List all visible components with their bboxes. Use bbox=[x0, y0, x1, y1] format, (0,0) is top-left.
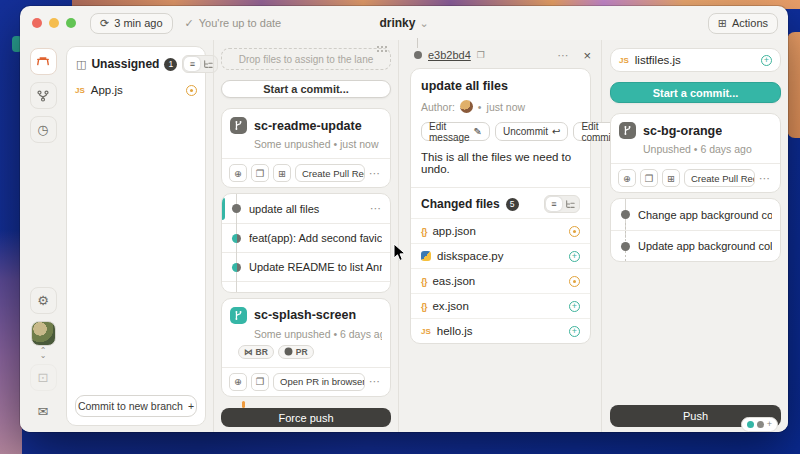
lane-drag-handle-icon[interactable] bbox=[376, 45, 389, 52]
list-view-toggle[interactable]: ≡ bbox=[546, 197, 562, 211]
sync-button[interactable]: ⟳ 3 min ago bbox=[90, 13, 173, 34]
start-commit-label: Start a commit... bbox=[263, 83, 349, 95]
force-push-button[interactable]: Force push bbox=[221, 408, 391, 427]
file-name: listfiles.js bbox=[635, 54, 681, 66]
changed-files-title: Changed files bbox=[421, 197, 500, 211]
commit-title: update all files bbox=[421, 79, 580, 93]
commit-sha-link[interactable]: e3b2bd4 bbox=[428, 49, 471, 61]
chevron-down-icon: ⌄ bbox=[419, 17, 428, 30]
commit-to-new-branch-button[interactable]: Commit to new branch + bbox=[75, 395, 197, 417]
project-switcher[interactable]: drinky ⌄ bbox=[379, 16, 428, 30]
commit-row[interactable]: Add authors section to README file bbox=[222, 281, 390, 293]
sidebar-item-workspace[interactable] bbox=[30, 48, 57, 75]
commit-dot-remote-local bbox=[232, 292, 241, 293]
overflow-menu-button[interactable]: ⋯ bbox=[369, 167, 383, 180]
list-view-toggle[interactable]: ≡ bbox=[184, 57, 200, 71]
open-pr-button[interactable]: Open PR in browser ↗ bbox=[273, 373, 365, 391]
sidebar-item-feedback[interactable]: ✉ bbox=[30, 398, 57, 425]
commit-list: Change app background color t... Update … bbox=[610, 198, 781, 262]
create-pr-button[interactable]: Create Pull Req... bbox=[684, 169, 755, 187]
actions-label: Actions bbox=[732, 17, 768, 29]
sync-label: 3 min ago bbox=[114, 17, 162, 29]
start-commit-button[interactable]: Start a commit... bbox=[221, 80, 391, 98]
undo-icon: ↩ bbox=[552, 126, 560, 137]
uncommit-button[interactable]: Uncommit ↩ bbox=[495, 122, 568, 141]
user-avatar[interactable] bbox=[31, 321, 56, 346]
review-button[interactable]: ⊞ bbox=[273, 164, 291, 182]
close-window-button[interactable] bbox=[32, 18, 42, 28]
file-row-appjs[interactable]: JS App.js bbox=[67, 79, 205, 101]
branch-meta: Unpushed • 6 days ago bbox=[643, 143, 772, 155]
wallpaper-left-band bbox=[0, 230, 22, 454]
github-icon bbox=[284, 347, 293, 356]
copy-button[interactable]: ❐ bbox=[251, 373, 269, 391]
status-modified-icon bbox=[569, 226, 580, 237]
copy-button[interactable]: ❐ bbox=[251, 164, 269, 182]
target-button[interactable]: ⊕ bbox=[229, 164, 247, 182]
workspace-icon bbox=[36, 55, 50, 69]
check-icon: ✓ bbox=[185, 17, 194, 30]
close-detail-button[interactable]: × bbox=[583, 48, 591, 63]
account-switcher[interactable]: ⌃ ⌄ bbox=[40, 348, 47, 358]
zoom-window-button[interactable] bbox=[66, 18, 76, 28]
panel-icon: ◫ bbox=[76, 58, 86, 71]
commit-row[interactable]: Change app background color t... bbox=[611, 199, 780, 230]
view-toggle: ≡ bbox=[544, 195, 580, 213]
main-content: ◷ ⚙ ⌃ ⌄ ⊡ ✉ ◫ Unassigned 1 bbox=[20, 40, 788, 432]
unassigned-lane: ◫ Unassigned 1 ≡ JS App.js bbox=[66, 46, 206, 426]
push-button[interactable]: Push + bbox=[610, 405, 781, 427]
target-button[interactable]: ⊕ bbox=[229, 373, 247, 391]
commit-action-buttons: Edit message ✎ Uncommit ↩ Edit commit bbox=[421, 122, 580, 141]
review-button[interactable]: ⊞ bbox=[662, 169, 680, 187]
stack-indicator[interactable]: + bbox=[741, 417, 778, 432]
create-pr-button[interactable]: Create Pull Request bbox=[295, 164, 365, 182]
branch-name: sc-bg-orange bbox=[643, 124, 722, 138]
copy-sha-icon[interactable]: ❐ bbox=[477, 50, 485, 60]
python-file-icon bbox=[421, 251, 431, 261]
target-button[interactable]: ⊕ bbox=[618, 169, 636, 187]
branch-title-row[interactable]: sc-bg-orange bbox=[619, 122, 772, 139]
commit-row[interactable]: Update app background color t... bbox=[611, 230, 780, 261]
commit-dot-local bbox=[621, 210, 630, 219]
file-row[interactable]: {} eas.json bbox=[411, 268, 590, 293]
file-row[interactable]: {} app.json bbox=[411, 218, 590, 243]
file-row[interactable]: {} ex.json + bbox=[411, 293, 590, 318]
branch-title-row[interactable]: sc-readme-update bbox=[230, 117, 382, 134]
copy-button[interactable]: ❐ bbox=[640, 169, 658, 187]
sidebar-item-settings[interactable]: ⚙ bbox=[30, 287, 57, 314]
force-push-label: Force push bbox=[278, 412, 333, 424]
file-row[interactable]: diskspace.py + bbox=[411, 243, 590, 268]
commit-row[interactable]: Update README to list Anne as pr... bbox=[222, 252, 390, 281]
branch-icon bbox=[230, 307, 247, 324]
butler-review-badge[interactable]: ⋈ BR bbox=[238, 345, 274, 359]
tree-view-toggle[interactable] bbox=[562, 197, 578, 211]
detail-overflow-button[interactable]: ⋯ bbox=[557, 49, 569, 62]
commit-detail-header: e3b2bd4 ❐ ⋯ × bbox=[410, 42, 591, 68]
sidebar-item-branches[interactable] bbox=[30, 82, 57, 109]
overflow-menu-button[interactable]: ⋯ bbox=[369, 375, 383, 388]
sidebar-item-history[interactable]: ◷ bbox=[30, 116, 57, 143]
start-commit-button[interactable]: Start a commit... bbox=[610, 82, 781, 103]
app-sidebar: ◷ ⚙ ⌃ ⌄ ⊡ ✉ bbox=[20, 40, 66, 432]
branch-icon bbox=[619, 122, 636, 139]
lane-sc-readme-update: Drop files to assign to the lane Start a… bbox=[213, 40, 399, 432]
sidebar-item-inbox[interactable]: ⊡ bbox=[30, 364, 57, 391]
branch-title-row[interactable]: sc-splash-screen bbox=[230, 307, 382, 324]
pencil-icon: ✎ bbox=[474, 126, 482, 137]
file-row[interactable]: JS hello.js + bbox=[411, 318, 590, 343]
actions-button[interactable]: ⊞ Actions bbox=[708, 13, 778, 34]
file-row-listfiles[interactable]: JS listfiles.js + bbox=[611, 49, 780, 71]
uncommit-label: Uncommit bbox=[503, 126, 548, 137]
minimize-window-button[interactable] bbox=[49, 18, 59, 28]
commit-overflow-button[interactable]: ⋯ bbox=[370, 202, 382, 215]
status-added-icon: + bbox=[569, 251, 580, 262]
commit-row-selected[interactable]: update all files ⋯ bbox=[222, 194, 390, 223]
branch-badges: ⋈ BR PR bbox=[238, 345, 382, 359]
pull-request-badge[interactable]: PR bbox=[278, 345, 314, 359]
status-added-icon: + bbox=[761, 55, 772, 66]
file-dropzone[interactable]: Drop files to assign to the lane bbox=[221, 48, 391, 70]
file-name: eas.json bbox=[432, 275, 475, 287]
edit-message-button[interactable]: Edit message ✎ bbox=[421, 122, 490, 141]
commit-row[interactable]: feat(app): Add second favicon to ... bbox=[222, 223, 390, 252]
overflow-menu-button[interactable]: ⋯ bbox=[759, 172, 773, 185]
